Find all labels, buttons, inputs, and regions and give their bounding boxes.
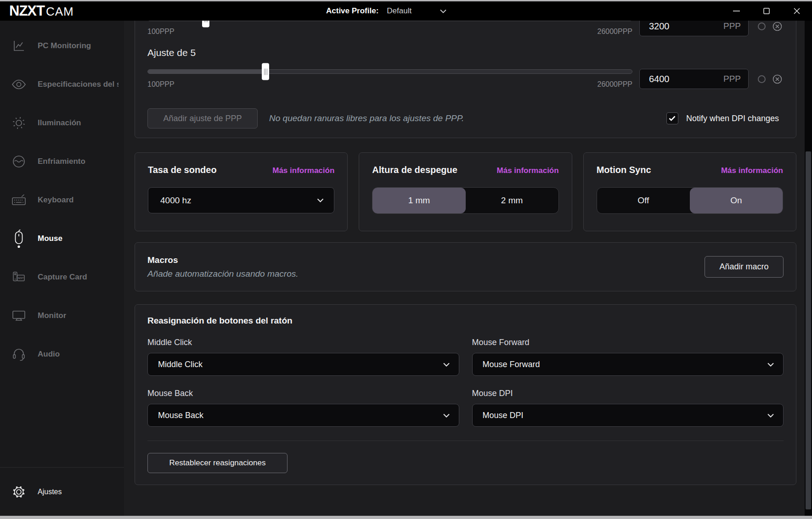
notify-dpi-label: Notify when DPI changes bbox=[686, 114, 779, 123]
vertical-scrollbar[interactable] bbox=[805, 21, 812, 516]
sidebar-item-lighting[interactable]: Iluminación bbox=[0, 104, 124, 142]
middle-click-dropdown[interactable]: Middle Click bbox=[147, 353, 459, 376]
polling-rate-more-info-link[interactable]: Más información bbox=[272, 166, 334, 175]
dpi-value-input-1[interactable]: 3200 PPP bbox=[639, 21, 749, 36]
motion-sync-more-info-link[interactable]: Más información bbox=[721, 166, 783, 175]
dpi-stage-5-row: 100PPP 26000PPP 6400 PPP bbox=[147, 69, 784, 89]
chevron-down-icon bbox=[317, 198, 324, 202]
headset-icon bbox=[10, 347, 28, 362]
sidebar-item-monitor[interactable]: Monitor bbox=[0, 296, 124, 335]
field-label: Mouse Back bbox=[147, 389, 459, 398]
close-button[interactable] bbox=[782, 1, 812, 21]
scrollbar-thumb[interactable] bbox=[806, 151, 811, 509]
chevron-down-icon bbox=[440, 9, 446, 13]
main-content: 100PPP 26000PPP 3200 PPP bbox=[124, 21, 812, 516]
chevron-down-icon bbox=[443, 413, 450, 418]
titlebar: NZXT CAM Active Profile: Default bbox=[0, 1, 812, 21]
polling-rate-value: 4000 hz bbox=[160, 195, 192, 206]
liftoff-distance-card: Altura de despegue Más información 1 mm … bbox=[359, 152, 572, 231]
svg-text:NZXT: NZXT bbox=[18, 277, 23, 279]
sidebar-item-keyboard[interactable]: Keyboard bbox=[0, 181, 124, 219]
dpi-value: 3200 bbox=[649, 21, 670, 32]
capture-card-icon: NZXT bbox=[10, 271, 28, 284]
window-controls bbox=[721, 1, 812, 21]
add-dpi-stage-button[interactable]: Añadir ajuste de PPP bbox=[147, 108, 258, 128]
sidebar-item-label: Especificaciones del sis bbox=[38, 80, 118, 89]
divider bbox=[147, 441, 784, 441]
dpi-unit: PPP bbox=[723, 74, 741, 84]
mouse-back-dropdown[interactable]: Mouse Back bbox=[147, 404, 459, 427]
chevron-down-icon bbox=[443, 363, 450, 367]
logo-nzxt: NZXT bbox=[9, 3, 45, 19]
monitor-icon bbox=[10, 309, 28, 323]
motion-sync-option-off[interactable]: Off bbox=[597, 188, 690, 213]
mouse-forward-field: Mouse Forward Mouse Forward bbox=[472, 338, 784, 376]
sidebar-item-label: Iluminación bbox=[38, 118, 81, 128]
dpi-active-radio-1[interactable] bbox=[758, 22, 766, 30]
sidebar-item-label: Enfriamiento bbox=[38, 157, 85, 166]
polling-rate-dropdown[interactable]: 4000 hz bbox=[148, 187, 334, 213]
sun-icon bbox=[10, 115, 28, 131]
field-label: Middle Click bbox=[147, 338, 459, 347]
sidebar-item-settings[interactable]: Ajustes bbox=[0, 467, 124, 516]
dropdown-value: Mouse Back bbox=[158, 411, 203, 420]
dpi-slider-2[interactable] bbox=[147, 69, 632, 74]
active-profile-label: Active Profile: bbox=[326, 6, 378, 16]
chevron-down-icon bbox=[767, 413, 774, 418]
reset-remaps-button[interactable]: Restablecer reasignaciones bbox=[147, 453, 288, 473]
liftoff-title: Altura de despegue bbox=[372, 165, 457, 175]
remove-dpi-icon[interactable] bbox=[773, 22, 782, 31]
sidebar-item-mouse[interactable]: Mouse bbox=[0, 219, 124, 258]
liftoff-toggle: 1 mm 2 mm bbox=[372, 187, 558, 214]
options-row: Tasa de sondeo Más información 4000 hz A… bbox=[135, 152, 796, 231]
mouse-icon bbox=[10, 229, 28, 248]
liftoff-option-1mm[interactable]: 1 mm bbox=[372, 188, 465, 213]
sidebar-item-label: Mouse bbox=[38, 234, 62, 243]
sidebar-item-cooling[interactable]: Enfriamiento bbox=[0, 142, 124, 181]
active-profile-value: Default bbox=[387, 6, 412, 16]
remove-dpi-icon[interactable] bbox=[773, 74, 782, 84]
dpi-value-input-2[interactable]: 6400 PPP bbox=[639, 69, 749, 89]
motion-sync-toggle: Off On bbox=[597, 187, 783, 214]
minimize-button[interactable] bbox=[721, 1, 751, 21]
remap-title: Reasignación de botones del ratón bbox=[147, 316, 784, 326]
sidebar-item-label: Monitor bbox=[38, 311, 66, 320]
dpi-stage-4-row: 100PPP 26000PPP 3200 PPP bbox=[147, 21, 784, 36]
sidebar-item-label: PC Monitoring bbox=[38, 41, 91, 50]
mouse-dpi-dropdown[interactable]: Mouse DPI bbox=[472, 404, 784, 427]
active-profile-dropdown[interactable]: Active Profile: Default bbox=[326, 1, 446, 21]
sidebar-item-audio[interactable]: Audio bbox=[0, 335, 124, 374]
sidebar-item-pc-monitoring[interactable]: PC Monitoring bbox=[0, 27, 124, 65]
motion-sync-card: Motion Sync Más información Off On bbox=[583, 152, 796, 231]
notify-dpi-checkbox[interactable] bbox=[666, 112, 678, 124]
macros-title: Macros bbox=[147, 255, 705, 265]
slider-max-label: 26000PPP bbox=[597, 28, 632, 36]
motion-sync-option-on[interactable]: On bbox=[690, 188, 783, 213]
middle-click-field: Middle Click Middle Click bbox=[147, 338, 459, 376]
liftoff-option-2mm[interactable]: 2 mm bbox=[466, 188, 558, 213]
slider-fill bbox=[148, 70, 265, 73]
liftoff-more-info-link[interactable]: Más información bbox=[497, 166, 559, 175]
maximize-button[interactable] bbox=[751, 1, 782, 21]
sidebar-item-system-specs[interactable]: Especificaciones del sis bbox=[0, 65, 124, 104]
button-remap-card: Reasignación de botones del ratón Middle… bbox=[135, 304, 796, 485]
sidebar-item-capture-card[interactable]: NZXT Capture Card bbox=[0, 258, 124, 296]
mouse-dpi-field: Mouse DPI Mouse DPI bbox=[472, 389, 784, 427]
dpi-unit: PPP bbox=[723, 21, 741, 31]
sidebar-item-label: Audio bbox=[38, 350, 60, 359]
dpi-active-radio-2[interactable] bbox=[758, 75, 766, 83]
dropdown-value: Mouse Forward bbox=[483, 360, 540, 369]
macros-card: Macros Añade automatización usando macro… bbox=[135, 242, 796, 291]
logo-cam: CAM bbox=[46, 5, 74, 19]
add-macro-button[interactable]: Añadir macro bbox=[705, 256, 784, 278]
chevron-down-icon bbox=[767, 363, 774, 367]
cooler-icon bbox=[10, 154, 28, 169]
mouse-forward-dropdown[interactable]: Mouse Forward bbox=[472, 353, 784, 376]
slider-handle[interactable] bbox=[202, 21, 209, 28]
polling-rate-title: Tasa de sondeo bbox=[148, 165, 217, 175]
no-slots-message: No quedan ranuras libres para los ajuste… bbox=[269, 113, 666, 123]
keyboard-icon bbox=[10, 193, 28, 207]
dpi-value: 6400 bbox=[649, 74, 670, 84]
dpi-slider-1[interactable] bbox=[147, 21, 632, 21]
slider-handle[interactable] bbox=[262, 63, 269, 80]
